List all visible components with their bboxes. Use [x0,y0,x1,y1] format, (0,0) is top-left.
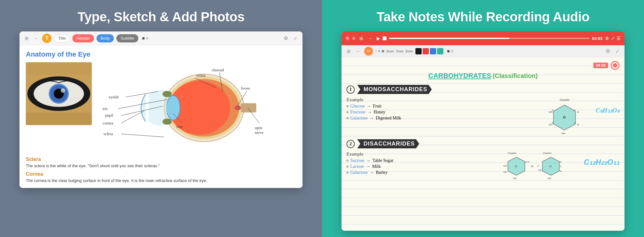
svg-text:C: C [552,109,554,112]
svg-text:nerve: nerve [255,130,264,135]
glucose-arrow: → [367,104,371,109]
minimize-btn[interactable] [352,37,355,40]
fructose-value: Honey [374,110,385,115]
close-button[interactable]: ✕ [345,36,350,41]
svg-text:OH: OH [513,177,517,179]
glucose-value: Fruit [373,104,381,109]
color-blue[interactable] [430,48,436,54]
settings-icon[interactable]: ⚙ [282,35,289,42]
expand-icon[interactable]: ⤢ [292,35,299,42]
svg-text:eyelid: eyelid [109,95,119,99]
timer-row: 04:03 [347,61,619,70]
chip-body[interactable]: Body [97,34,114,42]
svg-text:C: C [552,121,554,124]
stroke-label-2: 7mm [396,49,403,53]
section1-example-row: Example Glucose → Fruit Fructose → Honey [347,97,619,135]
target-icon [611,61,619,70]
stroke-sm[interactable] [375,51,376,52]
molecule-svg-1: CH₂OH O H H HO OH OH C C C [539,97,590,135]
expand-icon-2[interactable]: ⤢ [614,48,621,55]
svg-text:OH: OH [538,169,542,171]
svg-text:H: H [560,170,562,172]
notes-content: 04:03 CARBOHYDRATES (Classification) 1 M… [341,57,625,231]
settings-icon-2[interactable]: ⚙ [604,48,611,55]
back-icon[interactable]: ← [33,35,40,42]
section-disaccharides: 2 DISACCHARIDES Example Sucrose → Table … [347,139,619,183]
section2-list: Example Sucrose → Table Sugar Lactose → … [347,152,496,176]
settings-icon-right[interactable]: ⚙ [605,36,609,41]
glucose-bullet [347,105,348,107]
lactose-link: Lactose [350,164,364,169]
color-red[interactable] [423,48,429,54]
color-black[interactable] [415,48,422,54]
back-icon-right[interactable]: ← [367,35,374,42]
galactose2-item: Galactose → Barley [347,170,496,175]
svg-text:H: H [577,111,579,113]
svg-text:C: C [574,121,576,124]
grid-icon-right[interactable]: ⊞ [358,35,365,42]
menu-icon-right[interactable]: ☰ [617,36,621,41]
svg-text:choroid: choroid [212,68,224,72]
time-display: 04:03 [592,36,602,41]
galactose2-value: Barley [376,170,387,175]
text-type-icon[interactable]: T [42,34,52,43]
pen-icon[interactable]: ✏ [364,47,373,56]
stroke-lg[interactable] [382,50,384,52]
stroke-md[interactable] [378,50,380,52]
svg-text:OH: OH [548,177,551,179]
toolbar-dots-right [447,50,453,52]
sclera-title: Sclera [26,157,296,162]
svg-text:cornea: cornea [103,121,113,125]
chip-subtitle[interactable]: Subtitle [116,34,138,42]
timer-badge: 04:03 [593,63,608,68]
molecule-svg-2: CH₂OH O H H HO OH OH O CH₂OH O H [502,152,578,183]
svg-point-15 [163,119,172,125]
sclera-section: Sclera The sclera is the white of the ey… [26,157,296,183]
svg-point-13 [167,96,180,120]
chip-title[interactable]: Title [54,34,70,42]
galactose1-link: Galactose [350,116,368,121]
sclera-text: The sclera is the white of the eye. "Don… [26,163,296,168]
section-monosaccharides: 1 MONOSACCHARIDES Example Glucose → Frui… [347,85,619,135]
sucrose-bullet [347,160,348,162]
section1-number: 1 [347,85,355,94]
svg-text:C: C [560,165,562,168]
svg-rect-16 [241,103,256,112]
left-toolbar: ⊞ ← T Title Header Body Subtitle ⚙ ⤢ [19,31,303,45]
sucrose-item: Sucrose → Table Sugar [347,158,496,163]
section2-example-row: Example Sucrose → Table Sugar Lactose → … [347,152,619,183]
play-button[interactable]: ▶ [377,36,380,41]
color-teal[interactable] [437,48,443,54]
back-icon-2[interactable]: ← [355,48,362,55]
left-content: Anatomy of the Eye [19,45,303,188]
glucose-link: Glucose [350,104,365,109]
color-swatches [415,48,443,54]
sucrose-arrow: → [366,158,370,163]
svg-text:OH: OH [503,171,507,173]
svg-text:C: C [537,165,539,167]
right-panel-title: Take Notes While Recording Audio [376,9,589,25]
galactose1-bullet [347,117,348,119]
anatomy-svg: retina choroid fovea eyelid iris pupil [26,62,296,153]
stop-button[interactable] [383,36,386,40]
expand-icon-right[interactable]: ⤢ [611,36,615,41]
grid-icon-2[interactable]: ⊞ [345,48,352,55]
svg-text:sclera: sclera [103,132,113,136]
section1-banner: MONOSACCHARIDES [357,85,432,94]
svg-text:O: O [549,165,552,168]
galactose2-arrow: → [369,170,374,175]
chip-header[interactable]: Header [72,34,94,42]
svg-text:C: C [574,109,576,112]
recording-toolbar: ✕ ⊞ ← ▶ 04:03 ⚙ ⤢ ☰ [341,31,625,45]
grid-icon[interactable]: ⊞ [23,35,30,42]
galactose2-bullet [347,172,348,174]
svg-line-30 [121,111,144,123]
left-app-window: ⊞ ← T Title Header Body Subtitle ⚙ ⤢ Ana… [19,31,303,188]
audio-progress-bar[interactable] [389,38,590,39]
left-panel-title: Type, Sketch & Add Photos [77,9,244,25]
cornea-title: Cornea [26,171,296,177]
example-label-2: Example [347,152,496,157]
carbo-sub-text: (Classification) [493,72,538,79]
target-inner [613,63,617,68]
galactose1-arrow: → [369,116,374,121]
